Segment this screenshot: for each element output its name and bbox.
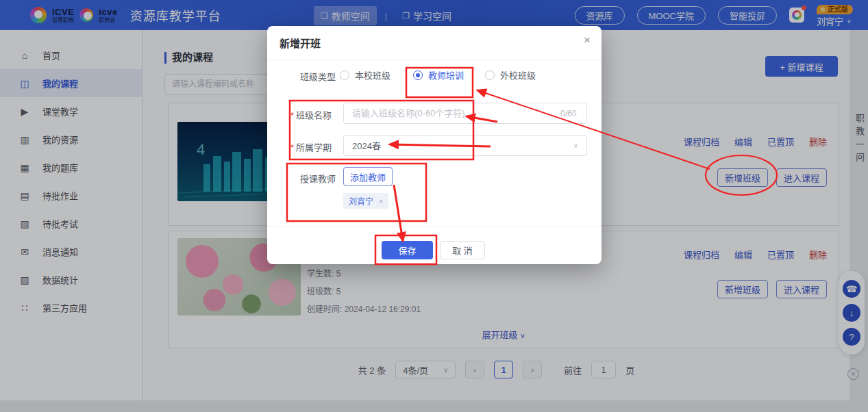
radio-icon bbox=[485, 70, 495, 80]
save-button[interactable]: 保存 bbox=[382, 241, 433, 259]
teacher-tag: 刘宵宁 × bbox=[343, 193, 388, 209]
class-name-label: *班级名称 bbox=[290, 108, 332, 121]
semester-select[interactable]: 2024春 ∨ bbox=[343, 135, 587, 156]
close-icon[interactable]: × bbox=[584, 34, 591, 47]
teacher-label: 授课教师 bbox=[300, 172, 336, 185]
radio-icon bbox=[340, 70, 349, 80]
char-counter: 0/60 bbox=[560, 109, 576, 118]
modal-title: 新增开班 bbox=[280, 36, 321, 50]
radio-external-school-class[interactable]: 外校班级 bbox=[485, 68, 536, 81]
semester-label: *所属学期 bbox=[290, 140, 332, 153]
teacher-tag-name: 刘宵宁 bbox=[349, 195, 373, 207]
add-class-modal: 新增开班 × 班级类型 本校班级 教师培训 外校班级 *班级名称 0/60 *所… bbox=[267, 26, 602, 264]
add-teacher-button[interactable]: 添加教师 bbox=[343, 167, 393, 186]
class-name-input[interactable] bbox=[343, 103, 587, 124]
required-mark: * bbox=[290, 110, 294, 120]
chevron-down-icon: ∨ bbox=[573, 142, 578, 149]
radio-icon bbox=[413, 70, 423, 80]
semester-value: 2024春 bbox=[352, 139, 381, 152]
cancel-button[interactable]: 取 消 bbox=[440, 241, 485, 259]
tag-close-icon[interactable]: × bbox=[379, 197, 383, 205]
class-type-label: 班级类型 bbox=[300, 70, 336, 83]
radio-own-school-class[interactable]: 本校班级 bbox=[340, 68, 390, 81]
required-mark: * bbox=[290, 142, 294, 153]
radio-teacher-training[interactable]: 教师培训 bbox=[413, 68, 464, 81]
